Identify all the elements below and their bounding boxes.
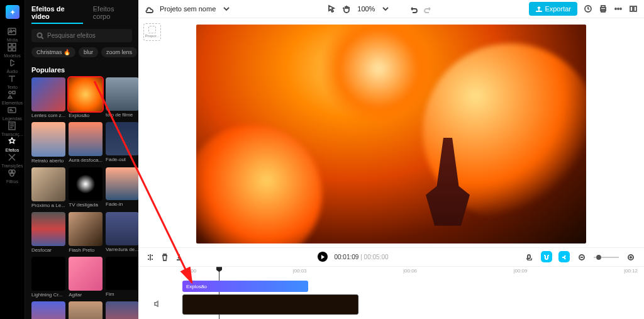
effect-item[interactable]: Varredura de... xyxy=(106,212,138,253)
effect-item[interactable] xyxy=(69,301,103,319)
effect-item[interactable]: Desfocar xyxy=(31,212,65,253)
cursor-icon[interactable] xyxy=(327,4,336,13)
rail-templates[interactable]: Modelos xyxy=(1,42,23,58)
effect-item[interactable]: tolo de filme xyxy=(106,77,138,118)
effect-item[interactable]: Agitar xyxy=(69,257,103,298)
effects-tabs: Efeitos de vídeo Efeitos corpo xyxy=(31,5,132,24)
search-box[interactable] xyxy=(31,29,132,42)
hand-icon[interactable] xyxy=(342,4,351,13)
rail-transitions[interactable]: Transições xyxy=(1,152,23,168)
topbar: Projeto sem nome 100% Exportar xyxy=(138,0,644,18)
rail-effects[interactable]: Efeitos xyxy=(1,137,23,152)
print-icon[interactable] xyxy=(599,4,608,13)
svg-marker-8 xyxy=(8,96,12,98)
rail-audio[interactable]: Áudio xyxy=(1,58,23,74)
svg-rect-4 xyxy=(8,48,11,51)
zoom-slider-icon[interactable] xyxy=(594,253,619,261)
zoom-out-icon[interactable] xyxy=(576,251,587,262)
effects-grid: Lentes com z...Explosãotolo de filmeRetr… xyxy=(31,77,132,319)
chip[interactable]: zoom lens xyxy=(101,47,137,57)
redo-icon[interactable] xyxy=(424,4,433,13)
chip[interactable]: Christmas 🔥 xyxy=(31,47,75,57)
section-populares: Populares xyxy=(31,66,132,74)
panels-icon[interactable] xyxy=(629,4,638,13)
time-display: 00:01:09 | 00:05:00 xyxy=(334,254,388,260)
magnet-toggle[interactable] xyxy=(541,251,552,262)
effect-item[interactable]: Fim xyxy=(106,257,138,298)
effect-item[interactable]: TV desligada xyxy=(69,167,103,208)
mic-icon[interactable] xyxy=(523,251,535,262)
time-ruler: |00:00|00:03|00:06|00:09|00:12 xyxy=(182,268,638,276)
preview-canvas[interactable] xyxy=(196,25,586,243)
effect-clip[interactable]: Explosão xyxy=(182,281,308,292)
effect-item[interactable] xyxy=(31,301,65,319)
rail-transcript[interactable]: Transcriç... xyxy=(1,121,23,137)
svg-point-27 xyxy=(620,8,621,9)
delete-icon[interactable] xyxy=(160,253,169,261)
tab-body-effects[interactable]: Efeitos corpo xyxy=(93,5,132,24)
svg-rect-7 xyxy=(13,91,15,94)
svg-rect-28 xyxy=(630,6,633,11)
play-button[interactable] xyxy=(318,252,328,262)
tab-video-effects[interactable]: Efeitos de vídeo xyxy=(31,5,83,24)
svg-marker-30 xyxy=(321,255,325,259)
svg-point-19 xyxy=(38,33,42,38)
player-controls: 00:01:09 | 00:05:00 xyxy=(138,247,644,266)
video-clip[interactable] xyxy=(182,294,358,315)
undo-icon[interactable] xyxy=(409,4,418,13)
svg-rect-23 xyxy=(601,6,605,8)
effect-item[interactable] xyxy=(106,301,138,319)
search-icon xyxy=(36,32,43,39)
effect-item[interactable]: Aura desfoca... xyxy=(69,122,103,163)
chevron-down-icon[interactable] xyxy=(222,4,231,13)
cloud-icon xyxy=(145,4,153,13)
filter-chips: Christmas 🔥blurzoom lens xyxy=(31,47,132,57)
svg-point-35 xyxy=(597,255,601,259)
svg-point-25 xyxy=(615,8,616,9)
svg-rect-2 xyxy=(8,43,11,47)
effect-item[interactable]: Lentes com z... xyxy=(31,77,65,118)
svg-rect-5 xyxy=(13,48,16,51)
svg-rect-9 xyxy=(8,108,16,113)
upload-icon xyxy=(535,5,542,12)
zoom-in-icon[interactable] xyxy=(625,251,636,262)
timeline[interactable]: |00:00|00:03|00:06|00:09|00:12 Explosão xyxy=(138,266,644,319)
rail-filters[interactable]: Filtros xyxy=(1,168,23,184)
svg-point-6 xyxy=(9,91,11,94)
left-rail: ✦ MídiaModelosÁudioTextoElementosLegenda… xyxy=(0,0,25,319)
main-area: Projeto sem nome 100% Exportar Propor... xyxy=(138,0,644,319)
search-input[interactable] xyxy=(47,32,127,39)
snap-toggle[interactable] xyxy=(558,251,570,262)
rail-media[interactable]: Mídia xyxy=(1,26,23,42)
zoom-level[interactable]: 100% xyxy=(357,5,375,13)
aspect-ratio-button[interactable]: Propor... xyxy=(143,23,161,41)
app-logo[interactable]: ✦ xyxy=(6,5,19,19)
effect-item[interactable]: Lightning Cr... xyxy=(31,257,65,298)
svg-point-26 xyxy=(618,8,619,9)
svg-rect-29 xyxy=(634,6,636,11)
effect-item[interactable]: Fade-in xyxy=(106,167,138,208)
effect-item[interactable]: Fade-out xyxy=(106,122,138,163)
history-icon[interactable] xyxy=(584,4,592,13)
rail-elements[interactable]: Elementos xyxy=(1,89,23,105)
export-button[interactable]: Exportar xyxy=(529,2,577,16)
effect-item[interactable]: Retrato aberto xyxy=(31,122,65,163)
svg-rect-31 xyxy=(528,255,530,259)
canvas-area: Propor... xyxy=(138,18,644,247)
download-icon[interactable] xyxy=(175,253,183,261)
svg-line-20 xyxy=(42,37,43,39)
rail-captions[interactable]: Legendas xyxy=(1,105,23,121)
split-icon[interactable] xyxy=(146,253,154,261)
svg-rect-3 xyxy=(13,43,16,47)
effect-item[interactable]: Próximo a Le... xyxy=(31,167,65,208)
effect-item[interactable]: Flash Preto xyxy=(69,212,103,253)
rail-text[interactable]: Texto xyxy=(1,74,23,89)
chip[interactable]: blur xyxy=(79,47,98,57)
project-name[interactable]: Projeto sem nome xyxy=(160,5,216,13)
effects-panel: Efeitos de vídeo Efeitos corpo Christmas… xyxy=(25,0,138,319)
chevron-down-icon[interactable] xyxy=(381,4,390,13)
effect-item[interactable]: Explosão xyxy=(69,77,103,118)
more-icon[interactable] xyxy=(614,4,623,13)
mute-track-icon[interactable] xyxy=(153,298,161,306)
